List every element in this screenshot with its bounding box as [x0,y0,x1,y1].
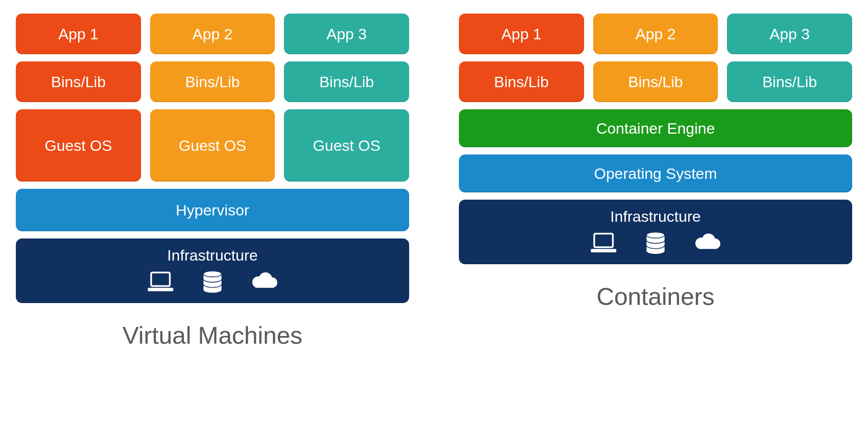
ct-bins-2: Bins/Lib [593,61,718,102]
database-icon [199,271,226,293]
vm-guest-1: Guest OS [16,109,141,182]
vm-hypervisor: Hypervisor [16,189,409,231]
ct-infrastructure-label: Infrastructure [610,208,701,225]
vm-guestos-row: Guest OS Guest OS Guest OS [16,109,409,182]
ct-operating-system: Operating System [459,154,852,192]
ct-container-engine: Container Engine [459,109,852,147]
svg-rect-4 [594,234,613,247]
vm-apps-row: App 1 App 2 App 3 [16,14,409,54]
vm-app-2: App 2 [150,14,275,54]
containers-stack: App 1 App 2 App 3 Bins/Lib Bins/Lib Bins… [459,14,852,349]
cloud-icon [251,271,278,293]
ct-app-3: App 3 [727,14,852,54]
vm-infrastructure-label: Infrastructure [167,247,258,264]
ct-app-2: App 2 [593,14,718,54]
ct-infrastructure: Infrastructure [459,200,852,264]
svg-rect-0 [151,272,170,286]
vm-infrastructure: Infrastructure [16,238,409,303]
svg-rect-5 [591,249,616,252]
vm-bins-3: Bins/Lib [284,61,409,102]
ct-infra-icons [590,232,721,254]
diagram-wrap: App 1 App 2 App 3 Bins/Lib Bins/Lib Bins… [14,14,854,349]
database-icon [642,232,669,254]
vm-guest-3: Guest OS [284,109,409,182]
vm-title: Virtual Machines [123,321,302,349]
vm-infra-icons [147,271,278,293]
vm-bins-2: Bins/Lib [150,61,275,102]
vm-app-1: App 1 [16,14,141,54]
vm-app-3: App 3 [284,14,409,54]
ct-apps-row: App 1 App 2 App 3 [459,14,852,54]
ct-app-1: App 1 [459,14,584,54]
svg-rect-1 [148,288,173,291]
cloud-icon [694,232,721,254]
vm-stack: App 1 App 2 App 3 Bins/Lib Bins/Lib Bins… [16,14,409,349]
ct-bins-3: Bins/Lib [727,61,852,102]
laptop-icon [147,271,174,293]
vm-guest-2: Guest OS [150,109,275,182]
vm-bins-1: Bins/Lib [16,61,141,102]
laptop-icon [590,232,617,254]
ct-bins-1: Bins/Lib [459,61,584,102]
ct-title: Containers [596,282,714,310]
vm-bins-row: Bins/Lib Bins/Lib Bins/Lib [16,61,409,102]
ct-bins-row: Bins/Lib Bins/Lib Bins/Lib [459,61,852,102]
